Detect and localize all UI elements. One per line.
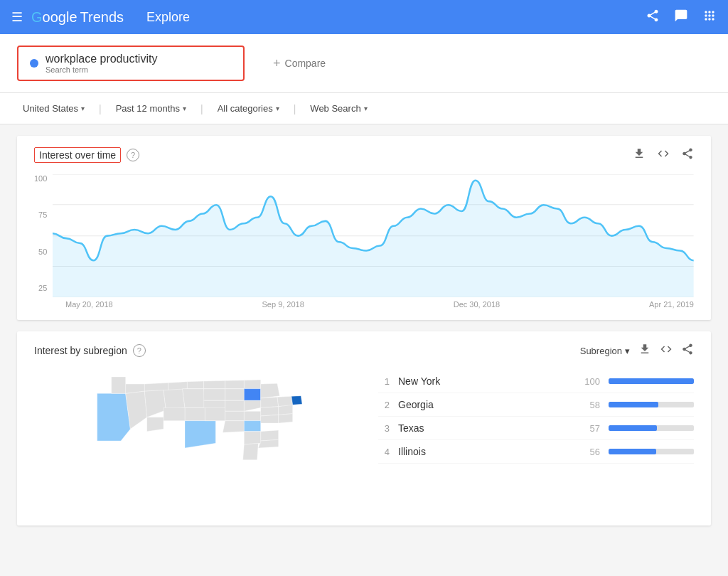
rank-value: 100 — [579, 376, 600, 387]
rank-bar-container — [609, 378, 694, 384]
trends-logo-text: Trends — [80, 9, 124, 26]
subregion-share-button[interactable] — [681, 343, 694, 358]
x-label-2: Sep 9, 2018 — [262, 300, 304, 309]
section-header: Interest over time ? — [34, 147, 694, 163]
state-nebraska — [183, 389, 205, 408]
state-michigan — [261, 384, 280, 399]
subregion-embed-button[interactable] — [660, 343, 673, 358]
search-dot — [30, 59, 38, 68]
header: ☰ Google Trends Explore — [0, 0, 728, 34]
rank-name: New York — [398, 375, 570, 387]
filter-divider-2: | — [200, 103, 203, 114]
state-ohio — [261, 398, 279, 408]
filter-bar: United States ▾ | Past 12 months ▾ | All… — [0, 93, 728, 124]
compare-button[interactable]: + Compare — [273, 56, 326, 71]
state-florida-stub — [244, 432, 260, 444]
search-term-text: workplace productivity — [46, 53, 157, 65]
share-chart-button[interactable] — [681, 147, 694, 163]
search-term-info: workplace productivity Search term — [46, 53, 157, 74]
interest-by-subregion-card: Interest by subregion ? Subregion ▾ — [17, 331, 711, 526]
categories-filter[interactable]: All categories ▾ — [212, 100, 285, 117]
location-filter[interactable]: United States ▾ — [17, 100, 90, 117]
search-type-arrow-icon: ▾ — [364, 105, 368, 112]
location-arrow-icon: ▾ — [81, 105, 85, 112]
state-tennessee — [244, 412, 260, 421]
rank-bar — [609, 449, 656, 454]
header-icons — [646, 9, 717, 26]
state-idaho — [144, 383, 168, 392]
rank-bar-container — [609, 402, 694, 407]
rank-name: Illinois — [398, 446, 570, 457]
state-texas — [185, 421, 215, 448]
header-left: ☰ Google Trends Explore — [11, 9, 190, 26]
chart-wrapper: 100 75 50 25 — [34, 174, 694, 309]
rank-bar — [609, 378, 694, 384]
subregion-download-button[interactable] — [638, 343, 651, 358]
rank-item: 2 Georgia 58 — [378, 393, 694, 417]
x-label-3: Dec 30, 2018 — [454, 300, 500, 309]
search-term-box[interactable]: workplace productivity Search term — [17, 46, 245, 81]
search-type-filter[interactable]: Web Search ▾ — [304, 100, 373, 117]
subregion-dropdown[interactable]: Subregion ▾ — [580, 346, 630, 356]
rank-number: 2 — [378, 400, 390, 410]
state-arkansas — [225, 412, 245, 421]
section-actions — [633, 147, 694, 163]
subregion-content: 1 New York 100 2 Georgia 58 3 Texas 57 4… — [34, 370, 694, 514]
y-label-75: 75 — [38, 210, 47, 219]
rank-number: 1 — [378, 376, 390, 387]
y-label-50: 50 — [38, 247, 47, 256]
rank-name: Texas — [398, 422, 570, 434]
state-virginia — [261, 415, 279, 424]
state-iowa — [225, 389, 245, 401]
state-new-york — [291, 396, 302, 405]
location-label: United States — [23, 103, 78, 114]
main-content: Interest over time ? 1 — [0, 124, 728, 548]
rank-item: 1 New York 100 — [378, 370, 694, 393]
rank-value: 58 — [579, 400, 600, 410]
subregion-help-icon[interactable]: ? — [133, 344, 146, 357]
interest-over-time-card: Interest over time ? 1 — [17, 136, 711, 320]
usa-map-svg — [34, 370, 350, 512]
hamburger-icon[interactable]: ☰ — [11, 9, 23, 25]
share-icon[interactable] — [646, 9, 660, 26]
time-range-filter[interactable]: Past 12 months ▾ — [110, 100, 192, 117]
embed-button[interactable] — [657, 147, 670, 163]
x-label-4: Apr 21, 2019 — [649, 300, 694, 309]
filter-divider-1: | — [99, 103, 102, 114]
rank-number: 3 — [378, 423, 390, 434]
state-california — [97, 394, 131, 442]
apps-icon[interactable] — [702, 9, 717, 26]
download-button[interactable] — [633, 147, 646, 163]
state-wisconsin — [244, 380, 260, 389]
state-new-jersey — [279, 405, 293, 415]
compare-label: Compare — [285, 58, 326, 69]
subregion-header-right: Subregion ▾ — [580, 343, 694, 358]
state-missouri — [225, 401, 245, 412]
rank-item: 4 Illinois 56 — [378, 440, 694, 464]
y-axis: 100 75 50 25 — [34, 174, 53, 295]
search-type-label: Web Search — [310, 103, 360, 114]
state-georgia — [244, 421, 260, 432]
state-pennsylvania — [277, 397, 293, 407]
state-minnesota — [225, 380, 245, 389]
rank-bar — [609, 402, 658, 407]
categories-arrow-icon: ▾ — [276, 105, 279, 112]
help-icon[interactable]: ? — [127, 149, 139, 161]
subregion-title-group: Interest by subregion ? — [34, 344, 146, 357]
state-utah — [144, 390, 166, 417]
state-south-carolina — [258, 440, 278, 449]
chart-inner: 100 75 50 25 — [34, 174, 694, 297]
subregion-dropdown-arrow: ▾ — [625, 346, 630, 356]
section-title-group: Interest over time ? — [34, 147, 139, 163]
search-term-type: Search term — [46, 65, 157, 74]
categories-label: All categories — [218, 103, 273, 114]
trend-chart-svg — [53, 174, 694, 297]
state-washington — [112, 377, 126, 393]
x-axis: May 20, 2018 Sep 9, 2018 Dec 30, 2018 Ap… — [34, 300, 694, 309]
state-maryland — [279, 414, 293, 423]
state-colorado — [164, 389, 185, 410]
rank-number: 4 — [378, 447, 390, 457]
state-north-carolina — [261, 430, 279, 441]
feedback-icon[interactable] — [674, 9, 688, 26]
state-wyoming — [187, 381, 203, 389]
